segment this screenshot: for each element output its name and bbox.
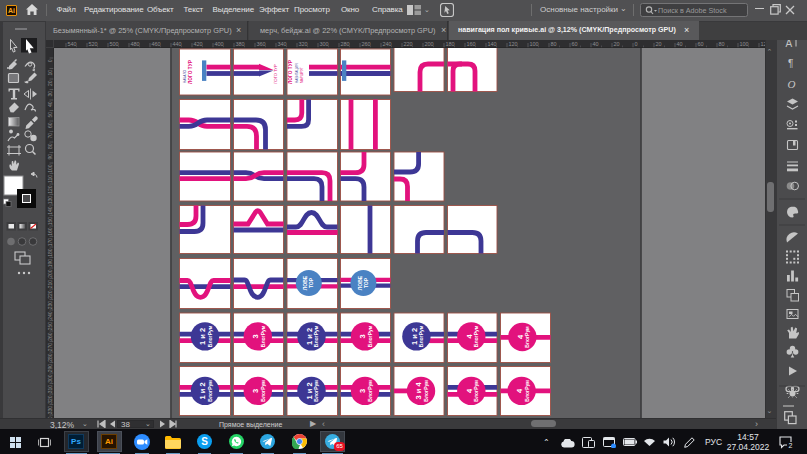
svg-text:60: 60 [572, 41, 578, 47]
svg-text:110: 110 [47, 175, 53, 183]
svg-text:290: 290 [47, 364, 53, 373]
svg-text:400: 400 [215, 41, 224, 47]
svg-text:280: 280 [47, 353, 53, 362]
svg-text:80: 80 [47, 143, 53, 149]
svg-text:420: 420 [194, 41, 203, 47]
svg-text:БлогРум: БлогРум [207, 380, 213, 402]
svg-text:60: 60 [698, 41, 704, 47]
svg-text:80: 80 [551, 41, 557, 47]
svg-text:ТОР: ТОР [363, 277, 369, 288]
svg-text:БлогРум: БлогРум [423, 380, 429, 402]
svg-text:180: 180 [47, 248, 53, 257]
svg-text:O: O [788, 78, 796, 90]
svg-text:70: 70 [47, 133, 53, 139]
svg-text:330: 330 [47, 406, 53, 415]
svg-text:340: 340 [278, 41, 287, 47]
svg-text:480: 480 [131, 41, 140, 47]
svg-text:120: 120 [509, 41, 518, 47]
svg-text:240: 240 [47, 311, 53, 320]
svg-text:100: 100 [530, 41, 539, 47]
svg-text:A: A [786, 40, 793, 49]
svg-text:БлогРум: БлогРум [418, 325, 424, 347]
svg-text:500: 500 [110, 41, 119, 47]
svg-text:БлогРум: БлогРум [473, 380, 479, 402]
svg-text:320: 320 [299, 41, 308, 47]
svg-text:10: 10 [47, 70, 53, 76]
svg-text:380: 380 [236, 41, 245, 47]
svg-text:¶: ¶ [788, 58, 793, 69]
svg-text:280: 280 [341, 41, 350, 47]
svg-text:ЛОГО ТУР: ЛОГО ТУР [188, 59, 193, 84]
svg-text:БлогРум: БлогРум [524, 380, 530, 402]
svg-text:20: 20 [656, 41, 662, 47]
svg-text:S: S [201, 436, 208, 447]
svg-text:0: 0 [47, 59, 53, 62]
svg-text:20: 20 [614, 41, 620, 47]
svg-text:БлогРум: БлогРум [367, 325, 373, 347]
svg-text:270: 270 [47, 343, 53, 352]
svg-text:170: 170 [47, 238, 53, 247]
svg-text:220: 220 [404, 41, 413, 47]
svg-text:30: 30 [47, 91, 53, 97]
svg-text:140: 140 [488, 41, 497, 47]
svg-text:310: 310 [47, 385, 53, 394]
svg-text:540: 540 [68, 41, 77, 47]
svg-text:100: 100 [740, 41, 749, 47]
svg-text:БлогРум: БлогРум [260, 380, 266, 402]
svg-text:190: 190 [47, 259, 53, 268]
svg-text:320: 320 [47, 395, 53, 404]
svg-text:50: 50 [47, 112, 53, 118]
svg-text:БлогРум: БлогРум [367, 380, 373, 402]
svg-text:20: 20 [47, 80, 53, 86]
svg-text:НАЧАЛО: НАЧАЛО [183, 69, 187, 83]
svg-text:БлогРум: БлогРум [314, 325, 320, 347]
svg-text:260: 260 [47, 332, 53, 341]
svg-text:200: 200 [47, 269, 53, 278]
svg-text:130: 130 [47, 196, 53, 205]
svg-text:150: 150 [47, 217, 53, 226]
svg-text:ЛОГО ТУР: ЛОГО ТУР [288, 59, 293, 84]
svg-text:60: 60 [47, 122, 53, 128]
svg-text:160: 160 [467, 41, 476, 47]
svg-text:260: 260 [362, 41, 371, 47]
svg-text:460: 460 [152, 41, 161, 47]
svg-text:40: 40 [677, 41, 683, 47]
svg-text:140: 140 [47, 206, 53, 215]
svg-text:200: 200 [425, 41, 434, 47]
svg-text:БлогРум: БлогРум [314, 380, 320, 402]
svg-text:40: 40 [47, 101, 53, 107]
svg-text:100: 100 [47, 164, 53, 173]
svg-text:120: 120 [47, 185, 53, 194]
svg-text:ЛОГО ТУР: ЛОГО ТУР [273, 64, 278, 84]
svg-text:НАВИГАЦИЯ: НАВИГАЦИЯ [295, 63, 299, 83]
svg-text:210: 210 [47, 280, 53, 289]
svg-text:БлогРум: БлогРум [524, 326, 530, 348]
svg-text:440: 440 [173, 41, 182, 47]
svg-text:БлогРум: БлогРум [260, 325, 266, 347]
svg-text:ТОР: ТОР [308, 277, 314, 288]
svg-text:300: 300 [320, 41, 329, 47]
svg-text:90: 90 [47, 154, 53, 160]
svg-text:220: 220 [47, 290, 53, 299]
svg-text:300: 300 [47, 374, 53, 383]
svg-text:80: 80 [719, 41, 725, 47]
svg-text:180: 180 [446, 41, 455, 47]
svg-text:250: 250 [47, 322, 53, 331]
svg-text:240: 240 [383, 41, 392, 47]
svg-text:160: 160 [47, 227, 53, 236]
svg-text:520: 520 [89, 41, 98, 47]
svg-text:230: 230 [47, 301, 53, 310]
svg-text:БлогРум: БлогРум [473, 325, 479, 347]
svg-text:МАРШРУТ: МАРШРУТ [300, 67, 304, 83]
svg-text:БлогРум: БлогРум [207, 325, 213, 347]
svg-text:0: 0 [635, 41, 638, 47]
svg-text:2: 2 [789, 442, 793, 449]
svg-text:40: 40 [593, 41, 599, 47]
svg-text:360: 360 [257, 41, 266, 47]
